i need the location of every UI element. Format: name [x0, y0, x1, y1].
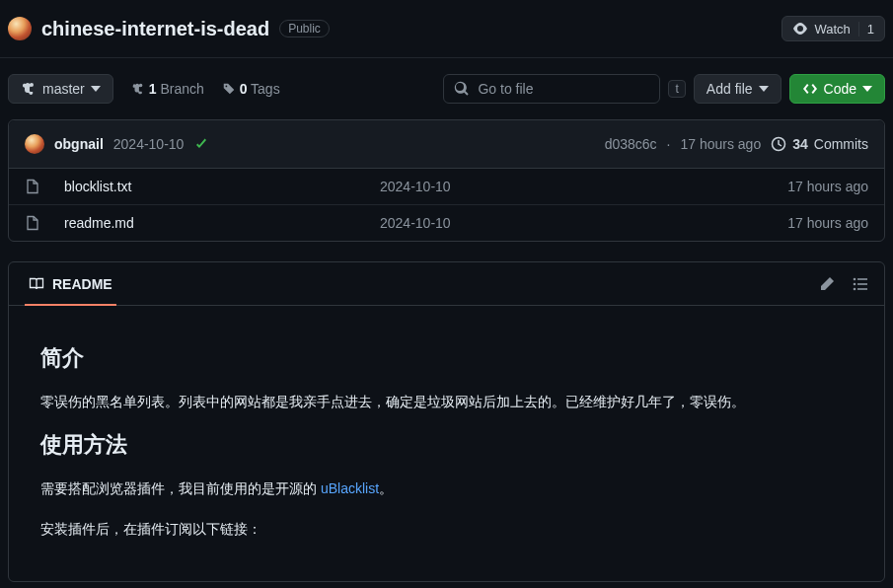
- tag-label: Tags: [251, 81, 280, 97]
- readme-panel: README 简介 零误伤的黑名单列表。列表中的网站都是我亲手点进去，确定是垃圾…: [8, 261, 885, 582]
- readme-body: 简介 零误伤的黑名单列表。列表中的网站都是我亲手点进去，确定是垃圾网站后加上去的…: [9, 306, 884, 581]
- readme-paragraph: 需要搭配浏览器插件，我目前使用的是开源的 uBlacklist。: [40, 478, 853, 499]
- readme-tab-label: README: [52, 276, 112, 292]
- commits-label: Commits: [814, 136, 868, 152]
- file-commit-message[interactable]: 2024-10-10: [380, 215, 787, 231]
- readme-tab[interactable]: README: [25, 272, 116, 306]
- svg-point-5: [854, 287, 856, 290]
- search-hotkey: t: [668, 80, 685, 98]
- commits-link[interactable]: 34 Commits: [771, 136, 868, 152]
- readme-text: 需要搭配浏览器插件，我目前使用的是开源的: [40, 480, 321, 496]
- file-icon: [25, 179, 64, 194]
- edit-readme-button[interactable]: [819, 276, 835, 292]
- commit-separator: ·: [667, 136, 671, 152]
- file-row[interactable]: readme.md 2024-10-10 17 hours ago: [9, 205, 884, 241]
- branch-label: Branch: [160, 81, 203, 97]
- watch-button[interactable]: Watch 1: [781, 16, 885, 41]
- readme-paragraph: 安装插件后，在插件订阅以下链接：: [40, 518, 853, 540]
- readme-heading-intro: 简介: [40, 343, 853, 373]
- branch-icon: [131, 82, 145, 96]
- svg-rect-6: [857, 288, 867, 290]
- ci-status-check-icon[interactable]: [193, 136, 209, 152]
- watch-count: 1: [858, 22, 874, 37]
- svg-rect-2: [857, 278, 867, 280]
- tags-link[interactable]: 0 Tags: [222, 81, 280, 97]
- commit-author[interactable]: obgnail: [54, 136, 104, 152]
- readme-header: README: [9, 262, 884, 306]
- pencil-icon: [819, 276, 835, 292]
- repo-toolbar: master 1 Branch 0 Tags Go to file t Add …: [0, 58, 893, 119]
- commits-count: 34: [792, 136, 808, 152]
- latest-commit-bar: obgnail 2024-10-10 d038c6c · 17 hours ag…: [9, 120, 884, 169]
- code-button[interactable]: Code: [789, 74, 885, 104]
- file-name[interactable]: readme.md: [64, 215, 380, 231]
- file-commit-message[interactable]: 2024-10-10: [380, 179, 787, 194]
- readme-heading-usage: 使用方法: [40, 430, 853, 460]
- commit-time[interactable]: 17 hours ago: [680, 136, 761, 152]
- branches-link[interactable]: 1 Branch: [131, 81, 204, 97]
- repo-header-left: chinese-internet-is-dead Public: [8, 17, 330, 40]
- file-name[interactable]: blocklist.txt: [64, 179, 380, 194]
- branch-info: 1 Branch 0 Tags: [131, 81, 280, 97]
- branch-count: 1: [149, 81, 157, 97]
- file-row[interactable]: blocklist.txt 2024-10-10 17 hours ago: [9, 169, 884, 205]
- repo-header: chinese-internet-is-dead Public Watch 1: [0, 0, 893, 58]
- commit-author-avatar[interactable]: [25, 134, 44, 154]
- watch-label: Watch: [814, 22, 850, 37]
- commit-message[interactable]: 2024-10-10: [113, 136, 185, 152]
- code-icon: [802, 81, 818, 97]
- list-icon: [853, 276, 868, 292]
- caret-down-icon: [862, 86, 872, 92]
- add-file-label: Add file: [707, 81, 753, 97]
- go-to-file-input[interactable]: Go to file: [443, 74, 660, 104]
- branch-name: master: [42, 81, 85, 97]
- caret-down-icon: [759, 86, 769, 92]
- book-icon: [29, 276, 44, 292]
- repo-name[interactable]: chinese-internet-is-dead: [41, 18, 269, 40]
- eye-icon: [792, 21, 808, 37]
- commit-sha[interactable]: d038c6c: [605, 136, 657, 152]
- caret-down-icon: [91, 86, 101, 92]
- branch-icon: [21, 81, 37, 97]
- branch-switch-button[interactable]: master: [8, 74, 113, 104]
- search-icon: [454, 81, 470, 97]
- file-icon: [25, 215, 64, 231]
- file-time: 17 hours ago: [787, 215, 868, 231]
- owner-avatar[interactable]: [8, 17, 32, 40]
- search-placeholder: Go to file: [478, 81, 649, 97]
- readme-actions: [819, 276, 868, 292]
- history-icon: [771, 136, 786, 152]
- ublacklist-link[interactable]: uBlacklist: [321, 480, 379, 496]
- tag-count: 0: [240, 81, 248, 97]
- tag-icon: [222, 82, 236, 96]
- visibility-badge: Public: [279, 20, 330, 37]
- code-label: Code: [824, 81, 856, 97]
- outline-button[interactable]: [853, 276, 868, 292]
- readme-text: 。: [379, 480, 393, 496]
- file-list: obgnail 2024-10-10 d038c6c · 17 hours ag…: [8, 119, 885, 242]
- svg-rect-4: [857, 283, 867, 285]
- svg-point-1: [854, 277, 856, 280]
- svg-point-3: [854, 282, 856, 285]
- readme-paragraph: 零误伤的黑名单列表。列表中的网站都是我亲手点进去，确定是垃圾网站后加上去的。已经…: [40, 391, 853, 412]
- file-time: 17 hours ago: [787, 179, 868, 194]
- add-file-button[interactable]: Add file: [694, 74, 781, 104]
